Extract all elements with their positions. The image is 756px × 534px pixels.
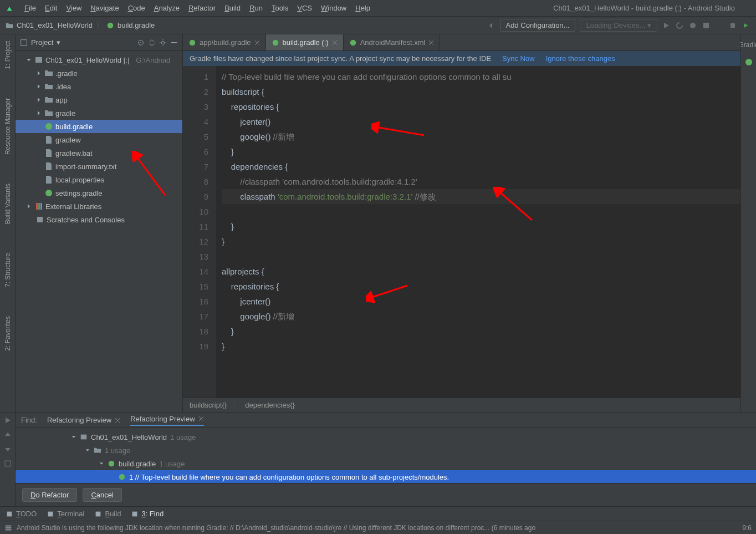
project-view-title[interactable]: Project	[31, 38, 53, 47]
menu-tools[interactable]: Tools	[267, 2, 293, 14]
close-icon[interactable]	[254, 40, 260, 45]
locate-icon[interactable]	[137, 39, 145, 47]
gutter[interactable]: 12345678910111213141516171819	[183, 66, 216, 398]
back-icon[interactable]	[487, 21, 496, 30]
refactor-results-tree[interactable]: Ch01_ex01_HelloWorld 1 usage 1 usage bui…	[16, 428, 756, 483]
result-root[interactable]: Ch01_ex01_HelloWorld 1 usage	[16, 430, 756, 444]
stop-icon[interactable]	[728, 21, 737, 30]
gradle-icon[interactable]	[744, 58, 753, 67]
up-icon[interactable]	[3, 430, 12, 439]
dropdown-icon[interactable]: ▾	[57, 38, 60, 47]
menu-refactor[interactable]: Refactor	[184, 2, 220, 14]
menu-view[interactable]: View	[62, 2, 86, 14]
close-icon[interactable]	[115, 418, 120, 423]
menu-edit[interactable]: Edit	[40, 2, 62, 14]
code-line[interactable]: }	[222, 342, 224, 351]
tool-tab-build-variants[interactable]: Build Variants	[4, 180, 12, 227]
add-configuration-combo[interactable]: Add Configuration...	[500, 19, 576, 32]
code-line[interactable]: }	[222, 237, 224, 246]
code-line[interactable]: buildscript {	[222, 87, 264, 96]
debug-icon[interactable]	[688, 21, 697, 30]
run-icon[interactable]	[662, 21, 671, 30]
status-icon[interactable]	[4, 524, 12, 532]
tree-external-libraries[interactable]: External Libraries	[16, 200, 182, 213]
menu-help[interactable]: Help	[351, 2, 375, 14]
rerun-icon[interactable]	[3, 416, 12, 425]
editor-tab[interactable]: build.gradle (:)	[266, 34, 344, 50]
close-icon[interactable]	[332, 40, 338, 45]
find-result-tab[interactable]: Refactoring Preview	[130, 415, 203, 426]
breadcrumb[interactable]: Ch01_ex01_HelloWorld 〉 build.gradle	[6, 21, 155, 30]
bottom-tab-todo[interactable]: TODO	[6, 510, 37, 518]
code-line[interactable]: // Top-level build file where you can ad…	[222, 72, 512, 82]
result-file[interactable]: build.gradle 1 usage	[16, 457, 756, 470]
result-dir[interactable]: 1 usage	[16, 444, 756, 457]
code-line[interactable]: jcenter()	[222, 297, 270, 306]
code-line[interactable]: jcenter()	[222, 117, 270, 126]
find-result-tab[interactable]: Refactoring Preview	[47, 415, 120, 426]
menu-file[interactable]: File	[20, 2, 40, 14]
menu-build[interactable]: Build	[220, 2, 245, 14]
result-match[interactable]: 1 // Top-level build file where you can …	[16, 470, 756, 483]
profile-icon[interactable]	[702, 21, 711, 30]
tool-tab-structure[interactable]: 7: Structure	[4, 250, 12, 291]
structure-breadcrumb[interactable]: buildscript{} 〉 dependencies{}	[183, 398, 740, 412]
code-line[interactable]: //classpath 'com.android.tools.build:gra…	[222, 177, 417, 186]
code-line[interactable]: }	[222, 147, 234, 156]
tree-file-build-gradle[interactable]: build.gradle	[16, 120, 182, 133]
sync-gradle-icon[interactable]	[742, 21, 750, 30]
bottom-tab-terminal[interactable]: Terminal	[47, 510, 84, 518]
code-line[interactable]: }	[222, 222, 234, 231]
tool-tab-gradle[interactable]: Gradle	[738, 38, 756, 52]
tool-tab-favorites[interactable]: 2: Favorites	[4, 313, 12, 354]
code-line[interactable]: google() //新增	[222, 312, 294, 321]
tree-file-gradlew-bat[interactable]: gradlew.bat	[16, 146, 182, 160]
tree-file-settings-gradle[interactable]: settings.gradle	[16, 186, 182, 200]
editor-tab[interactable]: app\build.gradle	[183, 34, 266, 50]
tree-folder-gradle[interactable]: gradle	[16, 106, 182, 120]
code-line[interactable]: }	[222, 327, 234, 336]
export-icon[interactable]	[3, 459, 12, 468]
menu-code[interactable]: Code	[124, 2, 150, 14]
apply-changes-icon[interactable]	[675, 21, 684, 30]
editor-tab[interactable]: AndroidManifest.xml	[344, 34, 441, 50]
tree-folder-app[interactable]: app	[16, 93, 182, 106]
settings-icon[interactable]	[159, 39, 167, 47]
code-line[interactable]: dependencies {	[222, 162, 288, 171]
tree-scratches[interactable]: Scratches and Consoles	[16, 213, 182, 226]
tree-file-gradlew[interactable]: gradlew	[16, 133, 182, 146]
tool-tab-resource-manager[interactable]: Resource Manager	[4, 95, 12, 158]
menu-run[interactable]: Run	[245, 2, 267, 14]
menu-navigate[interactable]: Navigate	[86, 2, 123, 14]
project-tree[interactable]: Ch01_ex01_HelloWorld [:] G:\Android .gra…	[16, 51, 182, 412]
code-text[interactable]: // Top-level build file where you can ad…	[216, 66, 740, 398]
tree-root[interactable]: Ch01_ex01_HelloWorld [:] G:\Android	[16, 53, 182, 67]
code-line[interactable]: allprojects {	[222, 267, 264, 276]
do-refactor-button[interactable]: DDo Refactoro Refactor	[22, 488, 77, 502]
code-line[interactable]: classpath 'com.android.tools.build:gradl…	[222, 189, 740, 204]
bottom-tab-build[interactable]: Build	[94, 510, 121, 518]
tree-file-import-summary-txt[interactable]: import-summary.txt	[16, 160, 182, 173]
menu-analyze[interactable]: Analyze	[150, 2, 184, 14]
attach-debugger-icon[interactable]	[715, 21, 724, 30]
tool-tab-project[interactable]: 1: Project	[4, 38, 12, 73]
code-editor[interactable]: 12345678910111213141516171819 // Top-lev…	[183, 66, 740, 398]
close-icon[interactable]	[428, 40, 434, 45]
code-line[interactable]: repositories {	[222, 102, 279, 111]
expand-all-icon[interactable]	[148, 39, 156, 47]
cancel-button[interactable]: Cancel	[83, 488, 121, 502]
tree-file-local-properties[interactable]: local.properties	[16, 173, 182, 186]
code-line[interactable]: google() //新增	[222, 132, 294, 141]
menu-window[interactable]: Window	[316, 2, 351, 14]
tree-folder-.gradle[interactable]: .gradle	[16, 67, 182, 80]
bottom-tab-find[interactable]: 3: Find	[131, 510, 164, 518]
menu-vcs[interactable]: VCS	[293, 2, 316, 14]
hide-icon[interactable]	[170, 39, 178, 47]
tree-folder-.idea[interactable]: .idea	[16, 80, 182, 93]
code-line[interactable]: repositories {	[222, 282, 279, 291]
close-icon[interactable]	[198, 416, 204, 421]
device-selector-combo[interactable]: Loading Devices... ▾	[580, 19, 657, 32]
sync-now-link[interactable]: Sync Now	[502, 54, 535, 63]
ignore-changes-link[interactable]: Ignore these changes	[546, 54, 615, 63]
caret-position[interactable]: 9:6	[742, 524, 752, 532]
